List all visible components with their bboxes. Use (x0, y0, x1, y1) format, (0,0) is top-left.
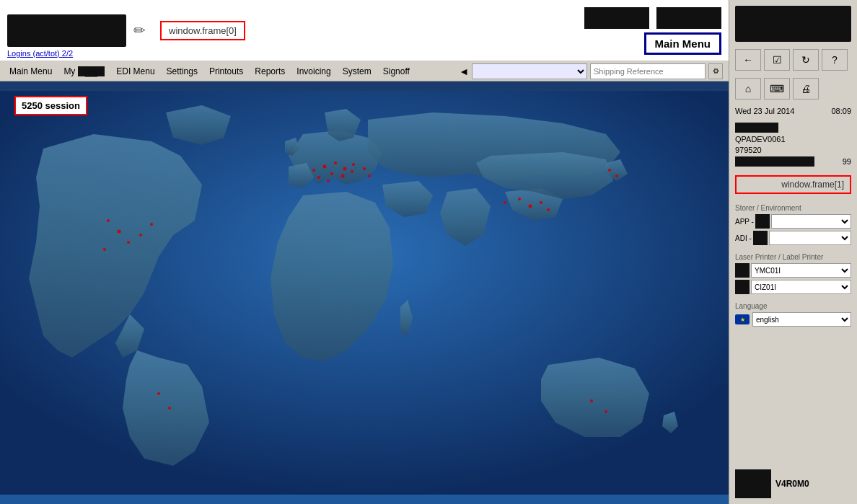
svg-point-29 (605, 410, 607, 413)
svg-point-9 (368, 174, 371, 177)
label-black (735, 280, 750, 294)
language-select[interactable]: english french german spanish (752, 312, 851, 327)
bottom-logo (735, 469, 771, 498)
frame1-label: window.frame[1] (735, 175, 851, 194)
header-right (584, 7, 721, 29)
back-button[interactable]: ← (735, 49, 761, 71)
language-label: Language (735, 302, 851, 310)
svg-point-10 (312, 169, 315, 172)
home-button[interactable]: ⌂ (735, 78, 761, 100)
info-bar1 (735, 123, 778, 133)
svg-point-28 (590, 399, 593, 402)
svg-point-13 (107, 219, 110, 222)
sidebar-logo (735, 6, 851, 42)
logins-link[interactable]: Logins (act/tot) 2/2 (7, 49, 73, 58)
nav-printouts[interactable]: Printouts (203, 64, 249, 79)
svg-point-16 (103, 248, 106, 251)
header: ✏ window.frame[0] Main Menu Logins (act/… (0, 0, 729, 61)
search-dropdown[interactable] (472, 63, 587, 79)
svg-point-20 (529, 205, 532, 208)
svg-point-17 (139, 234, 142, 236)
storer-label: Storer / Environment (735, 204, 851, 212)
adi-select[interactable] (769, 231, 851, 245)
svg-point-24 (608, 169, 611, 172)
map-area: 5250 session (0, 81, 729, 504)
session-badge: 5250 session (14, 96, 87, 115)
nav-settings[interactable]: Settings (161, 64, 203, 79)
sidebar-icon-row1: ← ☑ ↻ ? (735, 49, 851, 71)
app-row: APP - (735, 214, 851, 229)
nav-my[interactable]: My ▓▓ (58, 64, 110, 79)
svg-point-14 (118, 230, 121, 234)
sidebar: ← ☑ ↻ ? ⌂ ⌨ 🖨 Wed 23 Jul 2014 08:09 QPAD… (729, 0, 857, 504)
keyboard-button[interactable]: ⌨ (764, 78, 790, 100)
app-select[interactable] (771, 214, 851, 229)
nav-reports[interactable]: Reports (249, 64, 291, 79)
datetime-row: Wed 23 Jul 2014 08:09 (735, 107, 851, 115)
shipping-reference-input[interactable] (590, 63, 706, 79)
svg-point-2 (334, 162, 337, 164)
svg-point-6 (341, 174, 345, 178)
language-section: Language ★ english french german spanish (735, 301, 851, 327)
number-label: 979520 (735, 146, 851, 154)
edit-icon: ✏ (133, 22, 146, 39)
printer-label: Laser Printer / Label Printer (735, 253, 851, 261)
version-label: V4R0M0 (775, 479, 809, 489)
svg-point-25 (615, 174, 618, 177)
svg-point-21 (540, 201, 542, 204)
nav-invoicing[interactable]: Invoicing (291, 64, 336, 79)
svg-point-1 (323, 165, 327, 169)
date-label: Wed 23 Jul 2014 (735, 107, 794, 115)
navbar: Main Menu My ▓▓ EDI Menu Settings Printo… (0, 61, 729, 81)
eu-flag-icon: ★ (735, 314, 750, 324)
label-select[interactable]: CIZ01I (751, 280, 851, 294)
check-button[interactable]: ☑ (764, 49, 790, 71)
server-label: QPADEV0061 (735, 135, 851, 143)
search-area: ◄ ⚙ (459, 63, 723, 79)
time-label: 08:09 (831, 107, 851, 115)
svg-point-12 (327, 180, 330, 182)
svg-point-5 (330, 172, 333, 175)
sidebar-bottom: V4R0M0 (735, 469, 851, 498)
svg-point-7 (351, 170, 353, 173)
header-block2 (656, 7, 721, 29)
refresh-button[interactable]: ↻ (793, 49, 819, 71)
svg-point-27 (168, 407, 171, 410)
label-printer-row: CIZ01I (735, 280, 851, 294)
app-black (755, 214, 770, 229)
svg-point-26 (157, 392, 160, 395)
nav-system[interactable]: System (337, 64, 377, 79)
sidebar-icon-row2: ⌂ ⌨ 🖨 (735, 78, 851, 100)
storer-section: Storer / Environment APP - ADI - (735, 204, 851, 247)
adi-prefix: ADI - (735, 234, 752, 242)
svg-point-19 (518, 198, 521, 200)
language-row: ★ english french german spanish (735, 312, 851, 327)
laser-select[interactable]: YMC01I (751, 263, 851, 278)
nav-edi-menu[interactable]: EDI Menu (110, 64, 160, 79)
laser-row: YMC01I (735, 263, 851, 278)
world-map (0, 81, 729, 504)
svg-point-8 (363, 167, 366, 170)
app-prefix: APP - (735, 218, 754, 226)
header-block1 (584, 7, 649, 29)
search-button[interactable]: ⚙ (708, 63, 723, 79)
svg-point-22 (547, 208, 550, 211)
help-button[interactable]: ? (822, 49, 848, 71)
nav-signoff[interactable]: Signoff (377, 64, 416, 79)
sidebar-info: QPADEV0061 979520 99 (735, 123, 851, 167)
nav-arrow-icon[interactable]: ◄ (459, 66, 469, 77)
svg-point-23 (504, 201, 506, 204)
count-label: 99 (843, 157, 851, 166)
adi-black (753, 231, 768, 245)
main-menu-button[interactable]: Main Menu (644, 32, 722, 55)
svg-point-15 (127, 241, 130, 244)
nav-main-menu[interactable]: Main Menu (4, 64, 58, 79)
laser-black (735, 263, 750, 278)
print-button[interactable]: 🖨 (793, 78, 819, 100)
printer-section: Laser Printer / Label Printer YMC01I CIZ… (735, 252, 851, 296)
svg-point-3 (343, 167, 347, 171)
adi-row: ADI - (735, 231, 851, 245)
info-bar2 (735, 156, 814, 167)
frame0-label: window.frame[0] (160, 21, 245, 40)
svg-point-11 (317, 176, 320, 179)
